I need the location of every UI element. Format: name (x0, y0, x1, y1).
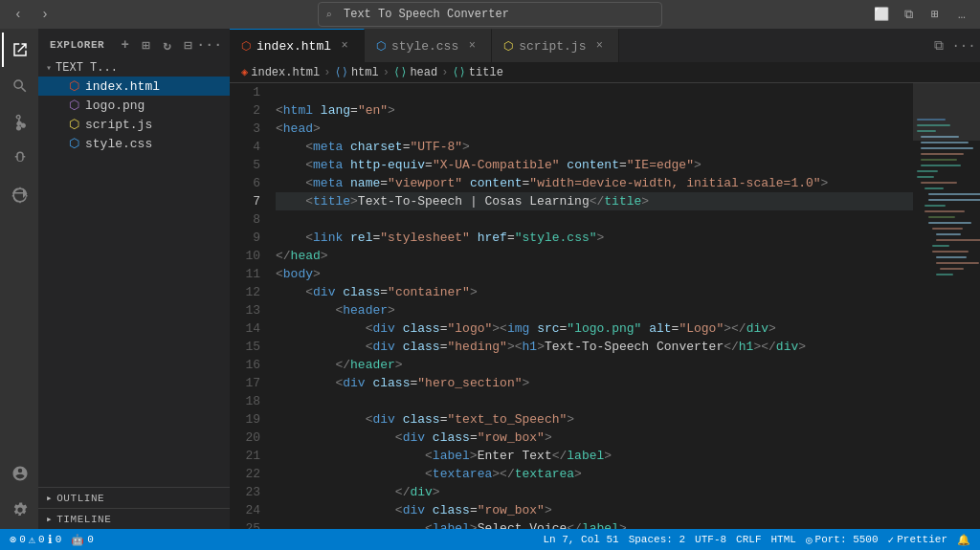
status-spaces[interactable]: Spaces: 2 (625, 529, 689, 550)
line-number: 21 (230, 447, 260, 465)
line-number: 16 (230, 356, 260, 374)
svg-rect-3 (921, 136, 959, 138)
activity-debug[interactable] (2, 142, 36, 176)
line-number: 23 (230, 483, 260, 501)
line-number: 25 (230, 519, 260, 529)
code-line: </head> (276, 247, 913, 265)
svg-rect-14 (928, 199, 980, 201)
tab-icon-css: ⬡ (376, 39, 386, 54)
new-file-icon[interactable]: + (117, 36, 134, 54)
file-item-index-html[interactable]: ⬡index.html (38, 77, 230, 96)
layout-icon[interactable]: ⬜ (871, 4, 892, 25)
collapse-icon[interactable]: ⊟ (180, 36, 197, 54)
grid-icon[interactable]: ⊞ (924, 4, 946, 25)
activity-extensions[interactable] (2, 178, 36, 212)
code-content[interactable]: <html lang="en"><head> <meta charset="UT… (268, 83, 913, 529)
folder-item[interactable]: ▾ TEXT T... (38, 59, 230, 77)
panels-icon[interactable]: ⧉ (898, 4, 919, 25)
outline-label: OUTLINE (56, 493, 104, 504)
file-list: ⬡index.html⬡logo.png⬡script.js⬡style.css (38, 77, 230, 153)
svg-rect-13 (928, 193, 980, 195)
timeline-header[interactable]: ▸ TIMELINE (38, 509, 230, 529)
code-editor[interactable]: 1234567891011121314151617181920212223242… (230, 83, 980, 529)
outline-header[interactable]: ▸ OUTLINE (38, 488, 230, 508)
tab-index-html[interactable]: ⬡index.html× (230, 29, 365, 62)
tab-close-button[interactable]: × (591, 38, 607, 54)
breadcrumb-item-html[interactable]: ⟨⟩html (334, 65, 378, 79)
svg-rect-25 (936, 262, 979, 264)
ln-text: Ln 7, Col 51 (543, 534, 618, 545)
more-actions-icon[interactable]: ··· (201, 36, 218, 54)
timeline-arrow: ▸ (46, 513, 53, 525)
status-language[interactable]: HTML (768, 529, 800, 550)
file-item-logo-png[interactable]: ⬡logo.png (38, 96, 230, 115)
code-line: <label>Enter Text</label> (276, 447, 913, 465)
split-editor-icon[interactable]: ⧉ (928, 35, 949, 56)
breadcrumb-item-head[interactable]: ⟨⟩head (393, 65, 437, 79)
svg-rect-9 (917, 170, 938, 172)
status-ln[interactable]: Ln 7, Col 51 (539, 529, 622, 550)
line-number: 14 (230, 319, 260, 338)
breadcrumb-icon: ◈ (241, 66, 248, 79)
code-line: <div class="row_box"> (276, 429, 913, 447)
code-line (276, 83, 913, 101)
activity-account[interactable] (2, 456, 36, 491)
search-bar[interactable]: Text To Speech Converter (318, 2, 662, 27)
code-line: <textarea></textarea> (276, 465, 913, 483)
activity-git[interactable] (2, 105, 36, 140)
line-number: 13 (230, 301, 260, 319)
prettier-icon: ✓ (888, 534, 895, 546)
tab-script-js[interactable]: ⬡script.js× (492, 29, 619, 62)
tab-close-button[interactable]: × (464, 38, 479, 54)
folder-label-text: TEXT T... (56, 61, 118, 75)
file-item-script-js[interactable]: ⬡script.js (38, 115, 230, 134)
file-name: style.css (85, 137, 152, 151)
file-icon-js: ⬡ (69, 117, 79, 132)
robot-count: 0 (87, 534, 94, 545)
sidebar: EXPLORER + ⊞ ↻ ⊟ ··· ▾ TEXT T... ⬡index.… (38, 29, 230, 529)
svg-rect-18 (928, 222, 971, 224)
file-icon-png: ⬡ (69, 98, 79, 113)
code-line: <div class="text_to_Speech"> (276, 410, 913, 429)
line-number: 12 (230, 283, 260, 301)
svg-rect-4 (921, 142, 969, 143)
breadcrumb-item-index.html[interactable]: ◈index.html (241, 65, 320, 79)
status-notifications[interactable]: 🔔 (953, 529, 974, 550)
status-prettier[interactable]: ✓ Prettier (884, 529, 951, 550)
tab-label: index.html (256, 39, 331, 54)
line-number: 8 (230, 210, 260, 229)
svg-rect-27 (936, 274, 953, 275)
code-line: </div> (276, 483, 913, 501)
svg-rect-5 (921, 147, 973, 149)
tab-style-css[interactable]: ⬡style.css× (365, 29, 492, 62)
breadcrumb: ◈index.html›⟨⟩html›⟨⟩head›⟨⟩title (230, 62, 980, 83)
eol-text: CRLF (736, 534, 761, 545)
breadcrumb-icon: ⟨⟩ (334, 66, 347, 79)
forward-button[interactable]: › (34, 4, 56, 25)
activity-explorer[interactable] (2, 33, 36, 67)
line-number: 1 (230, 83, 260, 101)
new-folder-icon[interactable]: ⊞ (138, 36, 155, 54)
refresh-icon[interactable]: ↻ (159, 36, 176, 54)
file-item-style-css[interactable]: ⬡style.css (38, 134, 230, 153)
status-eol[interactable]: CRLF (732, 529, 765, 550)
tab-close-button[interactable]: × (337, 38, 352, 54)
status-encoding[interactable]: UTF-8 (691, 529, 730, 550)
breadcrumb-item-title[interactable]: ⟨⟩title (452, 65, 502, 79)
breadcrumb-separator: › (383, 66, 390, 79)
ellipsis-icon[interactable]: … (951, 4, 972, 25)
back-button[interactable]: ‹ (8, 4, 29, 25)
activity-settings[interactable] (2, 493, 36, 527)
code-line: <title>Text-To-Speech | Cosas Learning</… (276, 192, 913, 210)
activity-search[interactable] (2, 69, 36, 103)
encoding-text: UTF-8 (695, 534, 726, 545)
robot-icon: 🤖 (71, 534, 84, 546)
more-icon[interactable]: ··· (953, 35, 974, 56)
status-robot[interactable]: 🤖 0 (67, 529, 98, 550)
status-errors[interactable]: ⊗ 0 ⚠ 0 ℹ 0 (6, 529, 65, 550)
code-line (276, 392, 913, 410)
timeline-label: TIMELINE (56, 514, 111, 525)
sidebar-actions: + ⊞ ↻ ⊟ ··· (117, 36, 218, 54)
status-port[interactable]: ◎ Port: 5500 (802, 529, 882, 550)
file-icon-html: ⬡ (69, 78, 79, 94)
